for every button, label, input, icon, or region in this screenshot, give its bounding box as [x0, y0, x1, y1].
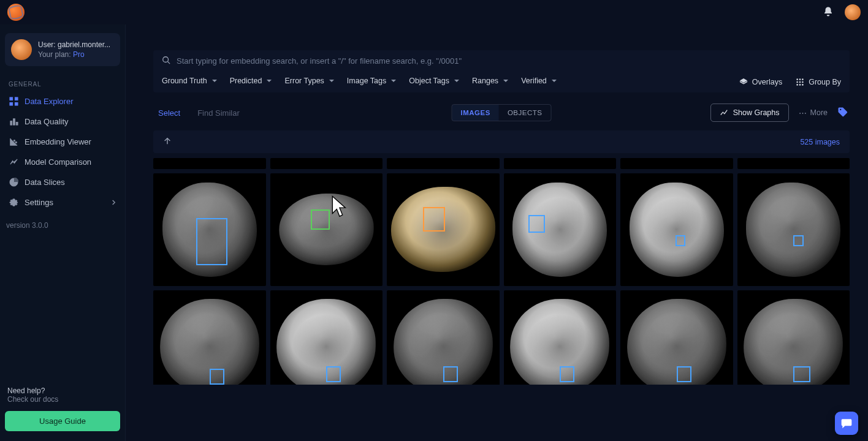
group-by-button[interactable]: Group By [796, 78, 841, 86]
thumb[interactable] [737, 290, 850, 385]
tab-images[interactable]: IMAGES [452, 105, 499, 121]
sidebar-item-label: Model Comparison [25, 157, 91, 167]
svg-point-18 [799, 84, 801, 86]
user-card[interactable]: User: gabriel.monter... Your plan: Pro [5, 33, 120, 66]
version-label: version 3.0.0 [0, 213, 125, 230]
svg-point-16 [802, 81, 804, 83]
svg-point-17 [797, 84, 799, 86]
thumb[interactable] [620, 290, 733, 385]
svg-point-12 [799, 78, 801, 80]
show-graphs-button[interactable]: Show Graphs [710, 104, 789, 122]
user-name: gabriel.monter... [58, 40, 110, 49]
sidebar-item-label: Data Explorer [25, 97, 73, 106]
arrow-up-icon[interactable] [163, 137, 172, 147]
gear-icon [9, 198, 18, 207]
avatar [11, 39, 32, 60]
sidebar-item-settings[interactable]: Settings [0, 192, 125, 213]
thumb[interactable] [153, 290, 266, 385]
thumb[interactable] [270, 173, 383, 286]
svg-rect-3 [15, 102, 18, 105]
svg-point-8 [13, 140, 15, 141]
app-logo[interactable] [7, 4, 25, 21]
thumb[interactable] [737, 173, 850, 286]
thumb-strip[interactable] [270, 158, 383, 169]
thumb-strip[interactable] [620, 158, 733, 169]
thumb[interactable] [504, 290, 617, 385]
compare-icon [9, 157, 18, 167]
thumb[interactable] [387, 290, 500, 385]
filter-verified[interactable]: Verified [521, 77, 557, 85]
tab-objects[interactable]: OBJECTS [499, 105, 551, 121]
filter-bar: Ground Truth Predicted Error Types Image… [153, 72, 850, 92]
sidebar-item-label: Settings [25, 198, 53, 207]
dots-icon: ⋯ [799, 108, 807, 118]
overlays-button[interactable]: Overlays [739, 78, 782, 86]
trend-icon [720, 108, 728, 117]
plan-value: Pro [73, 50, 85, 59]
count-bar: 525 images [153, 130, 850, 153]
search-input[interactable] [177, 56, 841, 66]
svg-point-13 [802, 78, 804, 80]
thumb-strip[interactable] [387, 158, 500, 169]
svg-point-19 [802, 84, 804, 86]
chevron-down-icon [454, 78, 460, 84]
thumb[interactable] [387, 173, 500, 286]
chevron-down-icon [390, 78, 397, 84]
avatar[interactable] [845, 4, 861, 20]
sidebar: User: gabriel.monter... Your plan: Pro G… [0, 24, 126, 441]
pie-icon [9, 178, 18, 187]
usage-guide-button[interactable]: Usage Guide [5, 411, 120, 431]
chat-widget[interactable] [835, 412, 858, 435]
svg-rect-0 [9, 97, 12, 100]
thumb-strip[interactable] [504, 158, 617, 169]
select-button[interactable]: Select [158, 108, 180, 118]
svg-rect-6 [16, 122, 18, 125]
sidebar-item-model-comparison[interactable]: Model Comparison [0, 152, 125, 172]
thumb[interactable] [620, 173, 733, 286]
svg-point-10 [163, 57, 169, 62]
sidebar-item-data-quality[interactable]: Data Quality [0, 111, 125, 132]
filter-image-tags[interactable]: Image Tags [347, 77, 397, 85]
plan-label: Your plan: [38, 50, 71, 59]
sidebar-item-label: Data Slices [25, 178, 65, 187]
search-bar[interactable] [153, 50, 850, 72]
filter-object-tags[interactable]: Object Tags [409, 77, 460, 85]
thumb[interactable] [504, 173, 617, 286]
filter-ground-truth[interactable]: Ground Truth [162, 77, 218, 85]
svg-point-15 [799, 81, 801, 83]
filter-ranges[interactable]: Ranges [472, 77, 509, 85]
bars-icon [9, 117, 18, 126]
user-label: User: [38, 40, 56, 49]
scatter-icon [9, 137, 18, 146]
chevron-down-icon [329, 78, 335, 84]
thumb[interactable] [270, 290, 383, 385]
svg-point-9 [15, 141, 17, 143]
thumb-strip[interactable] [153, 158, 266, 169]
sidebar-item-data-explorer[interactable]: Data Explorer [0, 91, 125, 111]
layers-icon [739, 78, 748, 86]
sidebar-item-embedding-viewer[interactable]: Embedding Viewer [0, 132, 125, 152]
svg-point-14 [797, 81, 799, 83]
filter-error-types[interactable]: Error Types [284, 77, 334, 85]
find-similar-button[interactable]: Find Similar [197, 108, 240, 118]
chevron-down-icon [503, 78, 509, 84]
sidebar-section-label: GENERAL [0, 75, 125, 91]
help-title: Need help? [5, 386, 120, 395]
filter-predicted[interactable]: Predicted [230, 77, 273, 85]
help-subtitle[interactable]: Check our docs [5, 395, 120, 411]
sidebar-item-label: Embedding Viewer [25, 137, 91, 146]
chevron-down-icon [551, 78, 557, 84]
tag-icon[interactable] [837, 107, 848, 119]
notifications-icon[interactable] [823, 6, 834, 19]
svg-rect-2 [9, 102, 12, 105]
grid-dots-icon [796, 78, 804, 86]
images-objects-toggle: IMAGES OBJECTS [452, 104, 552, 121]
gallery [153, 158, 850, 385]
thumb[interactable] [153, 173, 266, 286]
sidebar-item-data-slices[interactable]: Data Slices [0, 172, 125, 192]
thumb-strip[interactable] [737, 158, 850, 169]
svg-point-11 [797, 78, 799, 80]
svg-rect-4 [10, 121, 12, 126]
svg-point-7 [12, 142, 13, 143]
more-button[interactable]: ⋯ More [799, 108, 828, 118]
